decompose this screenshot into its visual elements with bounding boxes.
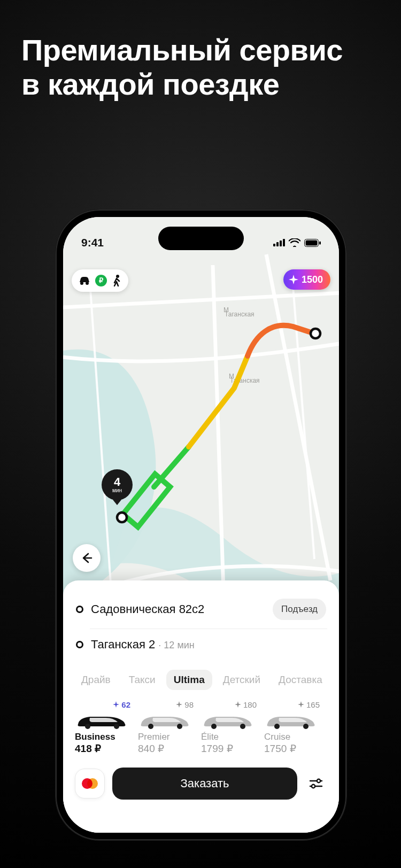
tariff-classes: 62Business418 ₽98Premier840 ₽180Élite179… <box>75 700 327 755</box>
row-divider <box>90 629 327 629</box>
tariff-élite[interactable]: 180Élite1799 ₽ <box>201 700 260 755</box>
car-illustration <box>138 710 197 728</box>
svg-point-17 <box>114 724 119 729</box>
destination-row[interactable]: Таганская 2 · 12 мин <box>75 631 327 658</box>
phone-frame: 9:41 Таганская <box>56 210 346 840</box>
tariff-premier[interactable]: 98Premier840 ₽ <box>138 700 197 755</box>
eta-value: 4 <box>114 476 120 488</box>
ride-sheet: Садовническая 82с2 Подъезд Таганская 2 ·… <box>63 580 339 833</box>
action-row: Заказать <box>75 768 327 802</box>
plus-points-badge[interactable]: 1500 <box>283 269 330 290</box>
svg-point-10 <box>117 513 127 522</box>
tariff-name: Cruise <box>264 732 323 742</box>
car-illustration <box>75 710 134 728</box>
tariff-points: 180 <box>201 700 260 709</box>
tab-драйв[interactable]: Драйв <box>74 670 118 690</box>
tariff-name: Business <box>75 732 134 742</box>
ruble-badge-icon: ₽ <box>95 275 107 286</box>
dest-dot-icon <box>76 641 83 648</box>
back-button[interactable] <box>73 544 101 572</box>
car-illustration <box>201 710 260 728</box>
tariff-points: 165 <box>264 700 323 709</box>
svg-rect-5 <box>306 240 318 245</box>
svg-point-12 <box>86 282 89 285</box>
svg-text:₽: ₽ <box>99 276 104 284</box>
tariff-name: Premier <box>138 732 197 742</box>
service-tabs: ДрайвТаксиUltimaДетскийДоставка <box>74 670 328 690</box>
svg-text:М: М <box>223 306 229 314</box>
svg-text:М: М <box>229 373 234 380</box>
svg-rect-3 <box>283 239 285 246</box>
status-time: 9:41 <box>81 236 104 249</box>
signal-icon <box>273 239 285 246</box>
svg-point-23 <box>303 724 309 729</box>
destination-address: Таганская 2 <box>91 638 155 651</box>
svg-rect-1 <box>276 242 279 246</box>
order-button[interactable]: Заказать <box>112 768 297 800</box>
status-indicators <box>273 238 321 247</box>
tab-доставка[interactable]: Доставка <box>271 670 328 690</box>
svg-point-20 <box>211 724 217 729</box>
ride-progress-pill[interactable]: ₽ <box>72 269 128 292</box>
svg-point-9 <box>311 329 320 338</box>
tab-детский[interactable]: Детский <box>215 670 268 690</box>
svg-rect-6 <box>319 241 321 244</box>
tariff-price: 418 ₽ <box>75 742 134 755</box>
promo-headline: Премиальный сервис в каждой поездке <box>21 33 380 102</box>
arrow-left-icon <box>81 552 92 564</box>
battery-icon <box>304 239 321 247</box>
svg-point-19 <box>177 724 182 729</box>
svg-point-27 <box>317 779 320 782</box>
order-button-label: Заказать <box>181 777 229 790</box>
tariff-cruise[interactable]: 165Cruise1750 ₽ <box>264 700 323 755</box>
dynamic-island <box>158 227 244 250</box>
sliders-icon <box>309 778 323 789</box>
car-illustration <box>264 710 323 728</box>
svg-point-11 <box>80 282 83 285</box>
tariff-price: 840 ₽ <box>138 742 197 755</box>
svg-point-22 <box>274 724 280 729</box>
pickup-row[interactable]: Садовническая 82с2 Подъезд <box>75 592 327 626</box>
plus-points-value: 1500 <box>302 274 323 285</box>
svg-point-29 <box>312 785 315 788</box>
tariff-price: 1799 ₽ <box>201 742 260 755</box>
map-label-taganskaya-1: Таганская <box>225 311 255 318</box>
pickup-dot-icon <box>76 606 83 613</box>
tab-ultima[interactable]: Ultima <box>166 670 212 690</box>
headline-line1: Премиальный сервис <box>21 33 380 67</box>
ride-options-button[interactable] <box>305 769 327 799</box>
svg-point-15 <box>116 275 119 278</box>
person-walk-icon <box>111 275 122 286</box>
tab-такси[interactable]: Такси <box>121 670 163 690</box>
pickup-address: Садовническая 82с2 <box>91 602 204 616</box>
tariff-business[interactable]: 62Business418 ₽ <box>75 700 134 755</box>
mastercard-icon <box>82 778 98 789</box>
destination-eta: 12 мин <box>164 640 194 650</box>
car-icon <box>78 276 91 285</box>
entrance-chip[interactable]: Подъезд <box>273 599 326 620</box>
phone-screen: 9:41 Таганская <box>63 217 339 833</box>
plus-star-icon <box>289 275 298 284</box>
tariff-points: 98 <box>138 700 197 709</box>
pickup-eta-pin[interactable]: 4 мин <box>102 469 133 500</box>
svg-rect-0 <box>273 244 275 246</box>
svg-point-16 <box>85 724 90 729</box>
eta-unit: мин <box>112 488 122 493</box>
tariff-points: 62 <box>75 700 134 709</box>
payment-method-button[interactable] <box>75 769 105 799</box>
tariff-price: 1750 ₽ <box>264 742 323 755</box>
svg-rect-2 <box>280 241 282 246</box>
wifi-icon <box>289 238 300 247</box>
svg-point-21 <box>240 724 245 729</box>
svg-point-18 <box>148 724 153 729</box>
headline-line2: в каждой поездке <box>21 67 380 102</box>
tariff-name: Élite <box>201 732 260 742</box>
